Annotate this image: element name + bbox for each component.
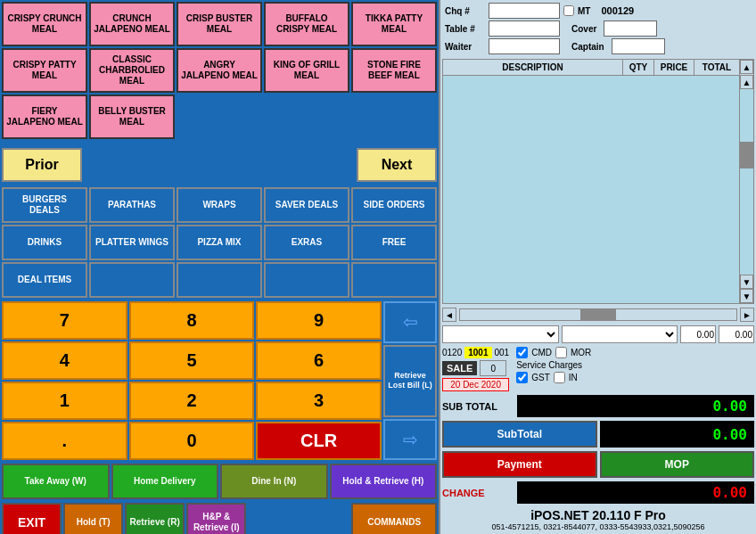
num-8[interactable]: 8 bbox=[129, 301, 255, 340]
num-3[interactable]: 3 bbox=[256, 382, 382, 420]
item-dropdown[interactable] bbox=[442, 325, 559, 343]
item-dropdown-2[interactable] bbox=[562, 325, 678, 343]
meal-grid: CRISPY CRUNCH MEAL CRUNCH JALAPENO MEAL … bbox=[0, 0, 439, 141]
scroll-down-button[interactable]: ▼ bbox=[740, 289, 753, 303]
order-table-area: DESCRIPTION QTY PRICE TOTAL ▲ ▲ ▼ ▼ bbox=[442, 59, 754, 304]
cover-label: Cover bbox=[571, 24, 596, 34]
scroll-up-button[interactable]: ▲ bbox=[740, 60, 753, 74]
clr-button[interactable]: CLR bbox=[256, 422, 382, 460]
right-arrow-button[interactable]: ⇨ bbox=[383, 419, 437, 461]
retrieve-r-button[interactable]: Retrieve (R) bbox=[125, 503, 185, 534]
col-total-header: TOTAL bbox=[694, 60, 739, 75]
retrieve-lost-bill-button[interactable]: Retrieve Lost Bill (L) bbox=[383, 345, 437, 417]
meal-btn-0[interactable]: CRISPY CRUNCH MEAL bbox=[2, 2, 87, 46]
in-label: IN bbox=[569, 373, 578, 382]
price-input[interactable] bbox=[680, 325, 716, 343]
subtotal-button[interactable]: SubTotal bbox=[442, 421, 597, 448]
cmd-checkbox[interactable] bbox=[516, 347, 528, 358]
scroll-track2 bbox=[740, 168, 753, 275]
cat-btn-0[interactable]: BURGERS DEALS bbox=[2, 187, 87, 223]
cat-btn-6[interactable]: PLATTER WINGS bbox=[89, 225, 175, 260]
cat-btn-5[interactable]: DRINKS bbox=[2, 225, 87, 260]
meal-btn-7[interactable]: ANGRY JALAPENO MEAL bbox=[177, 48, 262, 93]
ipos-title: iPOS.NET 20.110 F Pro bbox=[443, 508, 753, 522]
num-6[interactable]: 6 bbox=[256, 341, 382, 380]
hold-button[interactable]: Hold (T) bbox=[63, 503, 123, 534]
captain-label: Captain bbox=[571, 42, 604, 52]
action-row-2: EXIT Hold (T) Retrieve (R) H&P & Retriev… bbox=[0, 501, 439, 534]
in-checkbox[interactable] bbox=[554, 372, 565, 383]
cat-btn-11 bbox=[89, 262, 175, 298]
captain-input[interactable] bbox=[612, 38, 665, 54]
chq-input[interactable] bbox=[489, 3, 560, 19]
sale-cmd-row: 0120 1001 001 SALE 20 Dec 2020 CMD MOR bbox=[440, 345, 756, 393]
mor-label: MOR bbox=[571, 348, 591, 357]
cat-btn-3[interactable]: SAVER DEALS bbox=[264, 187, 349, 223]
meal-btn-9[interactable]: STONE FIRE BEEF MEAL bbox=[351, 48, 437, 93]
hap-button[interactable]: H&P & Retrieve (I) bbox=[186, 503, 246, 534]
num-2[interactable]: 2 bbox=[129, 382, 255, 420]
num-9[interactable]: 9 bbox=[256, 301, 382, 340]
scroll-down2-button[interactable]: ▼ bbox=[740, 275, 753, 289]
col-price-header: PRICE bbox=[654, 60, 694, 75]
meal-btn-3[interactable]: BUFFALO CRISPY MEAL bbox=[264, 2, 349, 46]
table-body bbox=[443, 76, 739, 303]
date-display: 20 Dec 2020 bbox=[442, 378, 509, 391]
service-row: Service Charges bbox=[516, 360, 591, 370]
num-dot[interactable]: . bbox=[2, 422, 127, 460]
mor-checkbox[interactable] bbox=[555, 347, 567, 358]
subtotal-value: 0.00 bbox=[517, 395, 754, 417]
meal-btn-10[interactable]: FIERY JALAPENO MEAL bbox=[2, 94, 87, 139]
payment-value: 0.00 bbox=[600, 421, 755, 448]
gst-checkbox[interactable] bbox=[516, 372, 528, 383]
scroll-right-button[interactable]: ► bbox=[740, 308, 754, 322]
scroll-left-button[interactable]: ◄ bbox=[442, 308, 456, 322]
num-1[interactable]: 1 bbox=[2, 382, 127, 420]
cat-btn-7[interactable]: PIZZA MIX bbox=[177, 225, 262, 260]
meal-btn-8[interactable]: KING OF GRILL MEAL bbox=[264, 48, 349, 93]
dine-in-button[interactable]: Dine In (N) bbox=[220, 464, 328, 499]
meal-btn-4[interactable]: TIKKA PATTY MEAL bbox=[351, 2, 437, 46]
numpad-area: 7 8 9 4 5 6 1 2 3 . 0 CLR ⇦ Retrieve Los… bbox=[0, 300, 439, 462]
gst-row: GST IN bbox=[516, 372, 591, 383]
total-input[interactable] bbox=[719, 325, 754, 343]
meal-btn-11[interactable]: BELLY BUSTER MEAL bbox=[89, 94, 175, 139]
waiter-input[interactable] bbox=[489, 38, 560, 54]
exit-button[interactable]: EXIT bbox=[2, 503, 62, 534]
scroll-up2-button[interactable]: ▲ bbox=[740, 75, 753, 89]
meal-btn-1[interactable]: CRUNCH JALAPENO MEAL bbox=[89, 2, 175, 46]
scrollbar[interactable]: ▲ ▲ ▼ ▼ bbox=[739, 60, 753, 303]
sale-value-input[interactable] bbox=[480, 360, 506, 376]
scroll-thumb[interactable] bbox=[740, 142, 753, 168]
home-delivery-button[interactable]: Home Delivery bbox=[111, 464, 219, 499]
mop-button[interactable]: MOP bbox=[600, 451, 755, 478]
num-4[interactable]: 4 bbox=[2, 341, 127, 380]
hold-retrieve-button[interactable]: Hold & Retrieve (H) bbox=[330, 464, 438, 499]
meal-btn-5[interactable]: CRISPY PATTY MEAL bbox=[2, 48, 87, 93]
cat-btn-14 bbox=[351, 262, 437, 298]
mt-checkbox[interactable] bbox=[563, 5, 574, 16]
next-button[interactable]: Next bbox=[357, 148, 437, 182]
commands-button[interactable]: COMMANDS bbox=[351, 503, 437, 534]
prior-button[interactable]: Prior bbox=[2, 148, 82, 182]
num-5[interactable]: 5 bbox=[129, 341, 255, 380]
cat-btn-2[interactable]: WRAPS bbox=[177, 187, 262, 223]
order-table: DESCRIPTION QTY PRICE TOTAL bbox=[443, 60, 739, 303]
table-input[interactable] bbox=[489, 21, 560, 37]
left-arrow-button[interactable]: ⇦ bbox=[383, 301, 437, 343]
payment-button[interactable]: Payment bbox=[442, 451, 597, 478]
meal-btn-12 bbox=[177, 94, 262, 139]
cover-input[interactable] bbox=[604, 21, 657, 37]
cat-btn-1[interactable]: PARATHAS bbox=[89, 187, 175, 223]
cmd-row: CMD MOR bbox=[516, 347, 591, 358]
meal-btn-13 bbox=[264, 94, 349, 139]
num-7[interactable]: 7 bbox=[2, 301, 127, 340]
num-0[interactable]: 0 bbox=[129, 422, 255, 460]
cat-btn-8[interactable]: EXRAS bbox=[264, 225, 349, 260]
take-away-button[interactable]: Take Away (W) bbox=[2, 464, 110, 499]
cat-btn-4[interactable]: SIDE ORDERS bbox=[351, 187, 437, 223]
cat-btn-9[interactable]: FREE bbox=[351, 225, 437, 260]
meal-btn-2[interactable]: CRISP BUSTER MEAL bbox=[177, 2, 262, 46]
cat-btn-10[interactable]: DEAL ITEMS bbox=[2, 262, 87, 298]
meal-btn-6[interactable]: CLASSIC CHARBROLIED MEAL bbox=[89, 48, 175, 93]
